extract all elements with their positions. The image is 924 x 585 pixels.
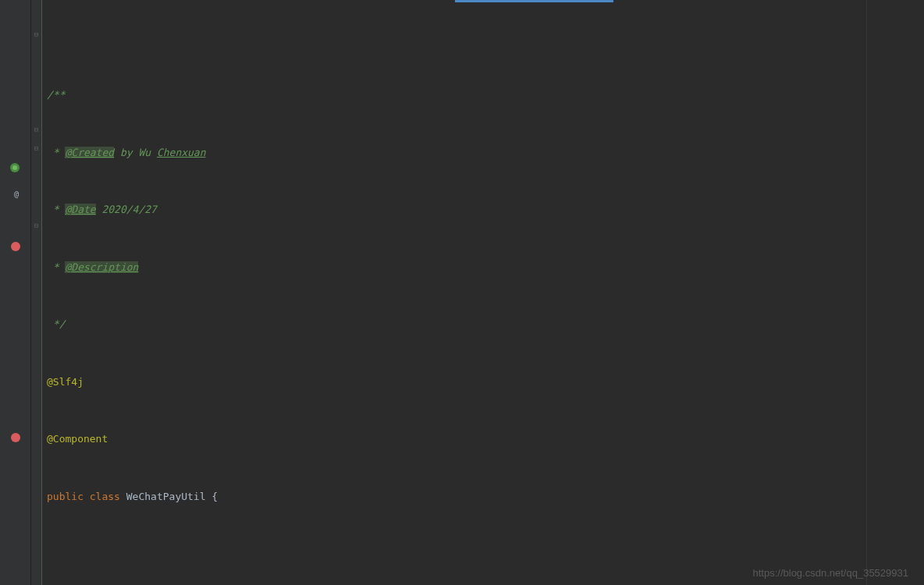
line-number[interactable] <box>0 277 23 296</box>
line-number[interactable] <box>0 124 23 144</box>
line-number[interactable] <box>0 449 23 469</box>
line-number[interactable] <box>0 182 23 201</box>
line-number[interactable] <box>0 315 23 335</box>
tab-indicator <box>455 0 613 2</box>
line-number[interactable] <box>0 29 23 48</box>
line-number[interactable] <box>0 200 23 220</box>
code-line[interactable]: @Slf4j <box>47 373 924 392</box>
method-marker-icon: @ <box>14 185 19 204</box>
line-number[interactable] <box>0 411 23 431</box>
line-number[interactable] <box>0 296 23 316</box>
watermark: https://blog.csdn.net/qq_35529931 <box>753 567 909 579</box>
code-line[interactable] <box>47 544 924 564</box>
breakpoint-icon[interactable] <box>11 433 20 442</box>
line-number[interactable] <box>0 468 23 488</box>
line-number[interactable] <box>0 353 23 373</box>
line-number[interactable] <box>0 86 23 105</box>
code-line[interactable]: */ <box>47 315 924 335</box>
code-line[interactable]: /** <box>47 86 924 105</box>
line-number[interactable] <box>0 373 23 392</box>
code-line[interactable]: @Component <box>47 430 924 449</box>
code-line[interactable]: * @Created by Wu Chenxuan <box>47 144 924 163</box>
fold-icon[interactable]: ⊟ <box>33 126 40 133</box>
editor: @ ⊟ ⊟ ⊟ ⊟ /** * @Created by Wu Chenxuan … <box>0 0 924 585</box>
line-number[interactable] <box>0 67 23 87</box>
line-number[interactable] <box>0 335 23 354</box>
line-gutter[interactable]: @ <box>0 0 31 585</box>
svg-point-1 <box>12 165 17 170</box>
code-area[interactable]: /** * @Created by Wu Chenxuan * @Date 20… <box>42 0 924 585</box>
code-line[interactable]: public class WeChatPayUtil { <box>47 488 924 507</box>
line-number[interactable] <box>0 392 23 411</box>
fold-icon[interactable]: ⊟ <box>33 31 40 38</box>
line-number[interactable] <box>0 144 23 163</box>
fold-icon[interactable]: ⊟ <box>33 222 40 229</box>
fold-icon[interactable]: ⊟ <box>33 145 40 152</box>
line-number[interactable] <box>0 258 23 278</box>
code-line[interactable]: * @Date 2020/4/27 <box>47 200 924 220</box>
breakpoint-icon[interactable] <box>11 242 20 251</box>
code-line[interactable]: * @Description <box>47 258 924 278</box>
class-icon <box>9 162 20 173</box>
line-number[interactable] <box>0 48 23 67</box>
line-number[interactable] <box>0 105 23 125</box>
fold-column[interactable]: ⊟ ⊟ ⊟ ⊟ <box>31 0 42 585</box>
line-number[interactable] <box>0 9 23 29</box>
line-number[interactable] <box>0 220 23 239</box>
